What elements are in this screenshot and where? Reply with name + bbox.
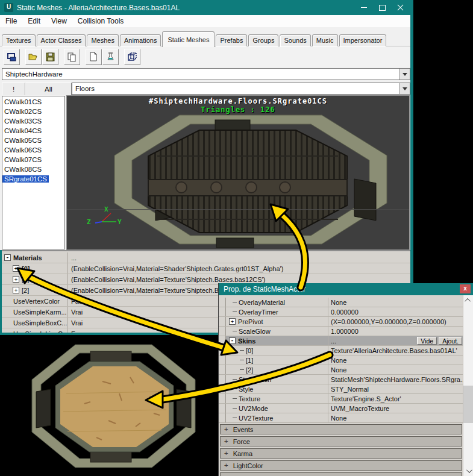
- axis-z-label: Z: [87, 218, 91, 226]
- minimize-icon: [361, 7, 367, 8]
- titlebar[interactable]: U Static Meshes - AlleriaArchitecture.Ba…: [0, 0, 413, 15]
- properties-close-button[interactable]: x: [460, 284, 471, 293]
- chevron-down-icon: [403, 73, 407, 76]
- tab-music[interactable]: Music: [312, 34, 338, 46]
- horizon-line: [67, 209, 409, 210]
- menu-collision-tools[interactable]: Collision Tools: [72, 17, 129, 25]
- copy-button[interactable]: [64, 49, 80, 65]
- copy-icon: [67, 52, 77, 62]
- expand-icon[interactable]: +: [13, 276, 19, 283]
- ajout-button[interactable]: Ajout.: [439, 337, 462, 345]
- refresh-button[interactable]: !: [2, 83, 25, 96]
- open-package-button[interactable]: [25, 49, 42, 65]
- build-button[interactable]: [102, 49, 119, 65]
- table-row[interactable]: StaticMesh StaticMesh'ShiptechHardware.F…: [219, 375, 463, 384]
- package-combo[interactable]: ShiptechHardware: [2, 68, 410, 80]
- list-item[interactable]: CWalk08CS: [2, 164, 64, 174]
- dock-icon: [7, 52, 17, 62]
- table-row[interactable]: +[0] (EnableCollision=Vrai,Material=Shad…: [0, 263, 410, 274]
- tab-meshes[interactable]: Meshes: [87, 34, 119, 46]
- maximize-icon: [379, 5, 386, 11]
- close-icon: [397, 4, 404, 11]
- unreal-logo-icon: U: [4, 3, 13, 12]
- table-row[interactable]: -Materials ...: [0, 252, 410, 263]
- table-row[interactable]: OverlayTimer 0.000000: [219, 307, 463, 317]
- table-row[interactable]: ScaleGlow 1.000000: [219, 327, 463, 336]
- tab-textures[interactable]: Textures: [2, 34, 36, 46]
- list-item[interactable]: CWalk03CS: [2, 116, 64, 126]
- expand-icon[interactable]: +: [13, 265, 19, 272]
- menu-edit[interactable]: Edit: [22, 17, 46, 25]
- properties-titlebar[interactable]: Prop. de StaticMeshActor: [219, 283, 473, 295]
- new-button[interactable]: [86, 49, 102, 65]
- new-page-icon: [89, 52, 99, 62]
- table-row[interactable]: [2] None: [219, 365, 463, 375]
- all-groups-button[interactable]: All: [25, 83, 72, 96]
- mesh-list[interactable]: CWalk01CS CWalk02CS CWalk03CS CWalk04CS …: [2, 96, 65, 249]
- mesh-viewport[interactable]: #ShiptechHardware.Floors.SRgrate01CS Tri…: [66, 95, 410, 250]
- viewport-triangle-count: Triangles : 126: [67, 105, 409, 114]
- tab-animations[interactable]: Animations: [120, 34, 161, 46]
- vide-button[interactable]: Vide: [417, 337, 437, 345]
- list-item-selected[interactable]: SRgrate01CS: [2, 174, 64, 184]
- scrollbar-thumb[interactable]: [463, 386, 473, 423]
- close-button[interactable]: [393, 0, 407, 15]
- table-row[interactable]: +PrePivot (X=0.000000,Y=0.000000,Z=0.000…: [219, 317, 463, 327]
- maximize-button[interactable]: [375, 0, 389, 15]
- chevron-down-icon: [403, 87, 407, 90]
- save-package-button[interactable]: [42, 49, 58, 65]
- table-row[interactable]: [1] None: [219, 355, 463, 365]
- list-item[interactable]: CWalk02CS: [2, 107, 64, 116]
- window-border: [0, 250, 2, 333]
- category-events[interactable]: + Events: [220, 424, 462, 434]
- table-row[interactable]: UV2Mode UVM_MacroTexture: [219, 404, 463, 413]
- tab-sounds[interactable]: Sounds: [280, 34, 310, 46]
- collapse-icon[interactable]: -: [229, 337, 236, 344]
- category-force[interactable]: + Force: [220, 436, 462, 446]
- table-row[interactable]: [0] Texture'AlleriaArchitecture.Bases.ba…: [219, 346, 463, 355]
- scroll-down-button[interactable]: [463, 466, 473, 476]
- package-combo-dropdown[interactable]: [399, 69, 410, 80]
- group-combo-dropdown[interactable]: [399, 83, 410, 94]
- open-folder-icon: [28, 52, 39, 62]
- list-item[interactable]: CWalk01CS: [2, 97, 64, 107]
- window-title: Static Meshes - AlleriaArchitecture.Base…: [17, 4, 180, 12]
- properties-title: Prop. de StaticMeshActor: [219, 285, 305, 293]
- actor-properties-window: Prop. de StaticMeshActor x OverlayMateri…: [218, 283, 473, 476]
- list-item[interactable]: CWalk06CS: [2, 145, 64, 155]
- tab-prefabs[interactable]: Prefabs: [216, 34, 247, 46]
- expand-icon: +: [224, 437, 228, 445]
- filter-row: ! All Floors: [0, 81, 413, 96]
- tab-actor-classes[interactable]: Actor Classes: [37, 34, 86, 46]
- tab-groups[interactable]: Groups: [248, 34, 278, 46]
- toolbar: [0, 46, 413, 67]
- package-combo-value: ShiptechHardware: [2, 70, 399, 78]
- dock-button[interactable]: [4, 49, 20, 65]
- tab-impersonator[interactable]: Impersonator: [339, 34, 387, 46]
- cube-icon: [127, 52, 137, 62]
- table-row[interactable]: UV2Texture None: [219, 413, 463, 423]
- category-karma[interactable]: + Karma: [220, 448, 462, 459]
- menu-file[interactable]: File: [0, 17, 22, 25]
- table-row[interactable]: OverlayMaterial None: [219, 298, 463, 307]
- expand-icon[interactable]: +: [229, 318, 236, 325]
- group-combo[interactable]: Floors: [72, 83, 410, 95]
- menu-view[interactable]: View: [46, 17, 72, 25]
- save-icon: [45, 52, 55, 62]
- tab-static-meshes[interactable]: Static Meshes: [162, 31, 215, 47]
- collapse-icon[interactable]: -: [4, 254, 11, 261]
- minimize-button[interactable]: [357, 0, 371, 15]
- table-row-selected[interactable]: -Skins ... Vide Ajout.: [219, 336, 463, 346]
- category-lightcolor[interactable]: + LightColor: [220, 460, 462, 471]
- cube-view-button[interactable]: [124, 49, 140, 65]
- axis-x-label: X: [104, 205, 108, 213]
- properties-scrollbar[interactable]: [463, 295, 473, 476]
- scroll-up-button[interactable]: [463, 295, 473, 305]
- list-item[interactable]: CWalk04CS: [2, 126, 64, 136]
- table-row[interactable]: Style STY_Normal: [219, 384, 463, 394]
- table-row[interactable]: Texture Texture'Engine.S_Actor': [219, 394, 463, 404]
- list-item[interactable]: CWalk05CS: [2, 136, 64, 145]
- expand-icon[interactable]: +: [13, 287, 19, 293]
- list-item[interactable]: CWalk07CS: [2, 155, 64, 164]
- category-partial[interactable]: [220, 472, 462, 476]
